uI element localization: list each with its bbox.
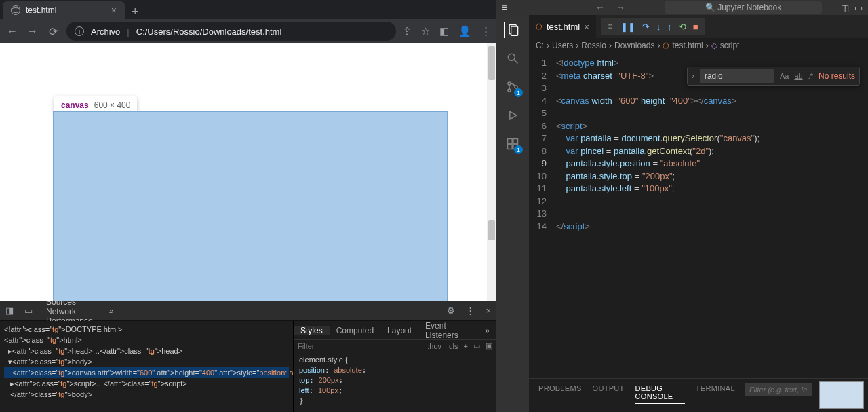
explorer-icon[interactable] [504,22,520,38]
line-number[interactable]: 8 [529,145,556,158]
panel-tab-output[interactable]: OUTPUT [593,384,625,404]
menu-icon[interactable]: ⋮ [481,25,491,37]
code-line[interactable]: 12 [529,195,868,208]
extensions-icon[interactable] [505,136,521,152]
forward-button[interactable]: → [26,25,39,37]
breadcrumb-item[interactable]: Downloads [614,41,654,50]
panel-tab-debug-console[interactable]: DEBUG CONSOLE [635,384,685,404]
line-number[interactable]: 14 [529,221,556,233]
style-rules[interactable]: element.style { position: absolute; top:… [294,352,496,409]
source-control-icon[interactable] [505,79,521,95]
bookmark-icon[interactable]: ☆ [421,25,430,37]
line-number[interactable]: 13 [529,208,556,221]
command-center[interactable]: 🔍 Jupyter Notebook [665,1,822,14]
styles-tab-event-listeners[interactable]: Event Listeners [418,321,478,340]
styles-tab-layout[interactable]: Layout [380,326,418,335]
elements-line[interactable]: <attr">class="tg">canvas attr">width="60… [4,367,289,378]
scrollbar[interactable] [487,43,496,301]
back-button[interactable]: ← [5,25,19,37]
step-over-icon[interactable]: ↷ [642,22,650,32]
elements-tree[interactable]: <!attr">class="tg">DOCTYPE html><attr">c… [0,321,293,412]
styles-tab-styles[interactable]: Styles [294,326,330,335]
code-line[interactable]: 10 pantalla.style.top = "200px"; [529,170,868,183]
hov-toggle[interactable]: :hov [427,342,441,350]
scrollbar-thumb[interactable] [488,220,495,240]
elements-line[interactable]: ▸<attr">class="tg">script>…</attr">class… [4,378,289,389]
close-devtools-icon[interactable]: × [480,305,496,316]
reload-button[interactable]: ⟳ [46,25,60,38]
search-icon[interactable] [505,50,521,67]
line-number[interactable]: 12 [529,195,556,208]
run-debug-icon[interactable] [505,107,521,124]
code-line[interactable]: 6<script> [529,120,868,133]
inspect-icon[interactable]: ◨ [0,305,19,316]
elements-line[interactable]: ▾<attr">class="tg">body> [4,356,289,367]
code-line[interactable]: 1<!doctype html> [529,57,868,70]
layout-customize-icon[interactable]: ▭ [854,3,863,13]
profile-icon[interactable]: 👤 [458,25,471,37]
breadcrumb-item[interactable]: Rossio [581,41,606,50]
code-line[interactable]: 14</script> [529,221,868,233]
line-number[interactable]: 9 [529,157,556,170]
styles-tab-more[interactable]: » [478,326,496,335]
line-number[interactable]: 10 [529,170,556,183]
scrollbar-thumb[interactable] [488,46,495,80]
computed-toggle-icon[interactable]: ▭ [473,341,480,350]
canvas-element[interactable] [53,111,448,301]
code-line[interactable]: 7 var pantalla = document.querySelector(… [529,132,868,145]
elements-line[interactable]: <attr">class="tg">html> [4,335,289,345]
cls-toggle[interactable]: .cls [447,342,458,350]
settings-icon[interactable]: ⚙ [441,305,460,316]
nav-back-icon[interactable]: ← [595,2,605,13]
restart-icon[interactable]: ⟲ [679,22,686,32]
code-line[interactable]: 8 var pincel = pantalla.getContext("2d")… [529,145,868,158]
nav-forward-icon[interactable]: → [616,2,625,13]
line-number[interactable]: 6 [529,120,556,133]
breadcrumb-item[interactable]: test.html [672,41,703,50]
breadcrumb-item[interactable]: Users [552,41,573,50]
layout-icon[interactable]: ◫ [841,3,849,13]
line-number[interactable]: 11 [529,183,556,195]
site-info-icon[interactable]: i [75,26,84,36]
new-style-icon[interactable]: + [464,342,468,350]
device-icon[interactable]: ▭ [19,305,38,316]
breadcrumb-item[interactable]: script [720,41,740,50]
line-number[interactable]: 3 [529,82,556,95]
debug-toolbar[interactable]: ⠿ ❚❚ ↷ ↓ ↑ ⟲ ■ [601,18,705,35]
panel-tab-problems[interactable]: PROBLEMS [538,384,582,404]
line-number[interactable]: 1 [529,57,556,70]
omnibox[interactable]: i Archivo | C:/Users/Rossio/Downloads/te… [66,22,396,41]
elements-line[interactable]: <!attr">class="tg">DOCTYPE html> [4,324,289,335]
share-icon[interactable]: ⇪ [403,25,412,37]
browser-tab[interactable]: test.html × [3,1,125,19]
code-line[interactable]: 11 pantalla.style.left = "100px"; [529,183,868,195]
sidebar-toggle-icon[interactable]: ▣ [486,341,492,350]
panel-filter-input[interactable] [745,383,812,396]
code-line[interactable]: 3 [529,82,868,95]
close-editor-icon[interactable]: × [584,22,589,32]
line-number[interactable]: 7 [529,132,556,145]
devtools-tab-network[interactable]: Network [38,307,101,316]
breadcrumb[interactable]: C: › Users › Rossio › Downloads › ⬠ test… [529,38,868,53]
step-into-icon[interactable]: ↓ [656,22,661,32]
hamburger-icon[interactable]: ≡ [502,2,507,13]
step-out-icon[interactable]: ↑ [667,22,672,32]
code-line[interactable]: 13 [529,208,868,221]
line-number[interactable]: 4 [529,95,556,108]
sidepanel-icon[interactable]: ◧ [439,25,449,37]
elements-line[interactable]: </attr">class="tg">body> [4,389,289,400]
line-number[interactable]: 5 [529,107,556,120]
elements-line[interactable]: ▸<attr">class="tg">head>…</attr">class="… [4,345,289,356]
line-number[interactable]: 2 [529,70,556,83]
code-line[interactable]: 5 [529,107,868,120]
panel-tab-terminal[interactable]: TERMINAL [696,384,735,404]
breadcrumb-item[interactable]: C: [536,41,544,50]
stop-icon[interactable]: ■ [693,22,698,32]
code-line[interactable]: 9 pantalla.style.position = "absolute" [529,157,868,170]
pause-icon[interactable]: ❚❚ [620,22,635,32]
devtools-tab-more[interactable]: » [101,301,122,320]
styles-tab-computed[interactable]: Computed [330,326,380,335]
code-line[interactable]: 4<canvas width="600" height="400"></canv… [529,95,868,108]
drag-handle-icon[interactable]: ⠿ [608,23,614,31]
new-tab-button[interactable]: + [125,5,146,19]
